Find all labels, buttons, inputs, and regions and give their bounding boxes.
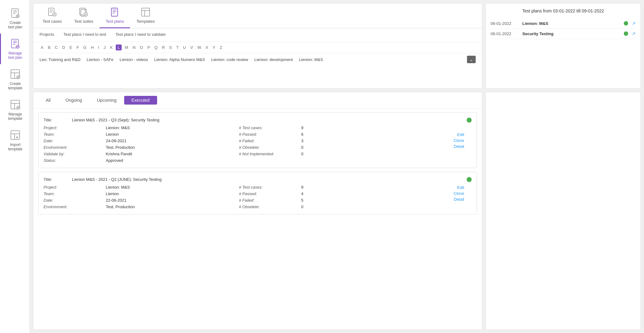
alpha-letter-E[interactable]: E — [68, 45, 73, 50]
card-team-value-0: Lienion — [106, 132, 239, 137]
filter-tab-executed[interactable]: Executed — [124, 96, 157, 105]
card-detail-1[interactable]: Detail — [454, 197, 464, 201]
filter-tab-all[interactable]: All — [38, 96, 58, 105]
filter-tab-upcoming[interactable]: Upcoming — [90, 96, 124, 105]
card-not-impl-value-0: 0 — [301, 152, 434, 156]
alpha-letter-M[interactable]: M — [124, 45, 129, 50]
card-clone-1[interactable]: Clone — [454, 191, 464, 195]
sidebar-label-manage-template: Manage template — [8, 112, 22, 121]
card-failed-label-1: # Failed: — [239, 198, 301, 203]
card-test-cases-value-1: 9 — [301, 185, 434, 190]
sidebar-item-import-template[interactable]: Import template — [0, 125, 30, 156]
test-cases-icon — [47, 7, 57, 17]
project-bar-expand-button[interactable]: ⌄ — [467, 56, 476, 63]
card-obselete-value-1: 0 — [301, 204, 434, 209]
project-name-5[interactable]: Lienion: development — [254, 57, 293, 62]
sidebar-item-create-template[interactable]: Create template — [0, 64, 30, 95]
card-project-value-0: Lienion: M&S — [106, 125, 239, 130]
card-team-label-1: Team: — [44, 191, 106, 196]
card-test-cases-label-1: # Test cases: — [239, 185, 301, 190]
card-team-value-1: Lienion — [106, 191, 239, 196]
sub-tabs: Projects Test plans I need to test Test … — [33, 28, 482, 42]
project-name-2[interactable]: Lienion - videos — [120, 57, 148, 62]
tab-label-templates: Templates — [136, 19, 155, 24]
card-status-label-0: Status: — [44, 158, 106, 163]
card-validate-label-0: Validate by: — [44, 152, 106, 156]
alpha-letter-X[interactable]: X — [204, 45, 210, 50]
card-actions-1: Edit Clone Detail — [454, 185, 464, 201]
alpha-letter-D[interactable]: D — [61, 45, 66, 50]
plan-name-1: Security Testing — [522, 31, 620, 36]
alpha-letter-F[interactable]: F — [75, 45, 80, 50]
card-edit-1[interactable]: Edit — [457, 185, 464, 190]
card-detail-0[interactable]: Detail — [454, 144, 464, 148]
card-title-label-0: Title: — [44, 118, 52, 122]
alpha-letter-P[interactable]: P — [146, 45, 152, 50]
card-status-value-0: Approved — [106, 158, 239, 163]
card-test-cases-label-0: # Test cases: — [239, 125, 301, 130]
alpha-letter-L[interactable]: L — [116, 45, 122, 50]
plan-date-0: 06-01-2022 — [491, 21, 519, 26]
card-date-value-0: 24-09-2021 — [106, 138, 239, 143]
project-name-4[interactable]: Lienion: code review — [211, 57, 248, 62]
alpha-letter-Z[interactable]: Z — [218, 45, 223, 50]
tab-bar: Test cases Test suites — [33, 3, 482, 28]
alpha-letter-I[interactable]: I — [97, 45, 100, 50]
filter-tab-ongoing[interactable]: Ongoing — [58, 96, 90, 105]
sub-tab-need-to-validate[interactable]: Test plans I need to validate — [115, 32, 166, 38]
create-template-icon — [10, 68, 21, 80]
alpha-letter-B[interactable]: B — [47, 45, 52, 50]
sub-tab-need-to-test[interactable]: Test plans I need to test — [63, 32, 106, 38]
project-name-0[interactable]: Leo: Training and R&D — [40, 57, 81, 62]
tab-test-plans[interactable]: Test plans — [100, 3, 130, 28]
alpha-letter-T[interactable]: T — [175, 45, 180, 50]
card-clone-0[interactable]: Clone — [454, 138, 464, 143]
content-main: All Ongoing Upcoming Executed Edit Clone… — [33, 92, 482, 330]
alpha-letter-G[interactable]: G — [82, 45, 88, 50]
card-not-impl-label-0: # Not implemented: — [239, 152, 301, 156]
alpha-letter-R[interactable]: R — [161, 45, 166, 50]
sidebar-label-import-template: Import template — [8, 143, 22, 151]
card-date-label-1: Date: — [44, 198, 106, 203]
create-test-plan-icon — [10, 7, 21, 19]
tab-templates[interactable]: Templates — [130, 3, 161, 28]
card-title-value-0: Lienion M&S - 2021 - Q3 (Sept): Security… — [72, 118, 159, 122]
alpha-letter-J[interactable]: J — [102, 45, 107, 50]
sidebar-item-create-test-plan[interactable]: Create test plan — [0, 3, 30, 34]
alpha-letter-N[interactable]: N — [131, 45, 137, 50]
panel-title: Test plans from 03-01-2022 till 09-01-20… — [491, 8, 636, 13]
tab-test-cases[interactable]: Test cases — [36, 3, 68, 28]
card-edit-0[interactable]: Edit — [457, 132, 464, 137]
filter-tabs: All Ongoing Upcoming Executed — [33, 92, 482, 109]
sidebar-item-manage-template[interactable]: Manage template — [0, 95, 30, 125]
sidebar: Create test plan Manage test plan — [0, 0, 30, 333]
alpha-letter-A[interactable]: A — [40, 45, 45, 50]
panel-plan-row-1: 06-01-2022 Security Testing ↗ — [491, 29, 636, 39]
alpha-letter-U[interactable]: U — [182, 45, 187, 50]
alpha-letter-K[interactable]: K — [109, 45, 114, 50]
top-left-panel: Test cases Test suites — [33, 3, 482, 89]
card-validate-value-0: Krishna Pandit — [106, 152, 239, 156]
project-name-3[interactable]: Lienion: Alpha Numero M&S — [154, 57, 205, 62]
alpha-letter-O[interactable]: O — [139, 45, 144, 50]
external-link-icon-1[interactable]: ↗ — [632, 31, 636, 36]
sidebar-item-manage-test-plan[interactable]: Manage test plan — [0, 34, 30, 64]
alpha-letter-C[interactable]: C — [54, 45, 59, 50]
sub-tab-projects[interactable]: Projects — [40, 32, 54, 38]
sidebar-label-create-template: Create template — [8, 82, 22, 90]
alpha-letter-S[interactable]: S — [168, 45, 173, 50]
alpha-letter-W[interactable]: W — [196, 45, 203, 50]
main-area: Test cases Test suites — [30, 0, 644, 333]
alpha-letter-Q[interactable]: Q — [153, 45, 159, 50]
card-grid-1: Project: Lienion: M&S # Test cases: 9 Te… — [44, 185, 472, 209]
tab-test-suites[interactable]: Test suites — [68, 3, 99, 28]
alpha-letter-V[interactable]: V — [189, 45, 194, 50]
card-obselete-label-1: # Obselete: — [239, 204, 301, 209]
import-template-icon — [10, 129, 21, 141]
alpha-letter-H[interactable]: H — [90, 45, 95, 50]
project-name-6[interactable]: Lienion: M&S — [299, 57, 323, 62]
alpha-letter-Y[interactable]: Y — [211, 45, 217, 50]
card-env-value-0: Test, Production — [106, 145, 239, 150]
project-name-1[interactable]: Lienion - SAFe — [87, 57, 114, 62]
external-link-icon-0[interactable]: ↗ — [632, 21, 636, 26]
